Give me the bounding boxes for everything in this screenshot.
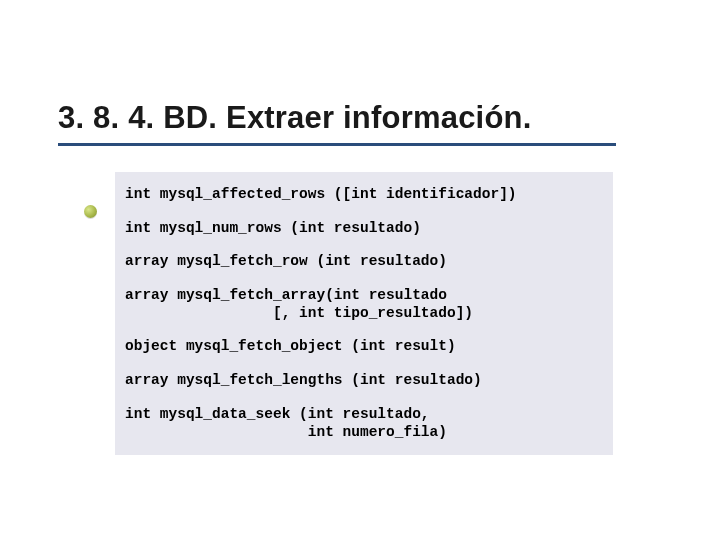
slide: 3. 8. 4. BD. Extraer información. int my… bbox=[0, 0, 720, 540]
code-line: array mysql_fetch_lengths (int resultado… bbox=[125, 372, 603, 390]
title-underline bbox=[58, 143, 616, 146]
code-line: int mysql_affected_rows ([int identifica… bbox=[125, 186, 603, 204]
code-line: int mysql_num_rows (int resultado) bbox=[125, 220, 603, 238]
code-box: int mysql_affected_rows ([int identifica… bbox=[115, 172, 613, 455]
code-line: array mysql_fetch_row (int resultado) bbox=[125, 253, 603, 271]
code-line: object mysql_fetch_object (int result) bbox=[125, 338, 603, 356]
code-line: array mysql_fetch_array(int resultado [,… bbox=[125, 287, 603, 322]
bullet-icon bbox=[84, 205, 97, 218]
code-line: int mysql_data_seek (int resultado, int … bbox=[125, 406, 603, 441]
slide-title: 3. 8. 4. BD. Extraer información. bbox=[58, 100, 531, 136]
